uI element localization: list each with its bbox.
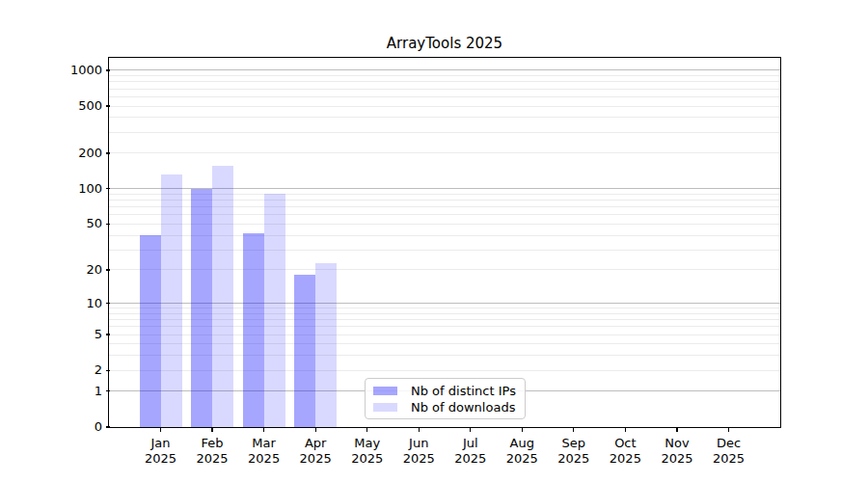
x-tick-sep bbox=[573, 428, 574, 432]
x-tick-nov bbox=[676, 428, 677, 432]
legend-swatch-nb-of-distinct-ips bbox=[373, 387, 397, 395]
y-tick-200 bbox=[106, 152, 110, 153]
legend-item-nb-of-distinct-ips: Nb of distinct IPs bbox=[366, 383, 525, 399]
y-tick-label-500: 500 bbox=[39, 98, 102, 114]
gridline-minor-600 bbox=[109, 96, 780, 97]
x-tick-label-dec: Dec2025 bbox=[697, 436, 759, 467]
y-tick-label-50: 50 bbox=[39, 216, 102, 231]
y-tick-50 bbox=[106, 224, 110, 225]
gridline-minor-400 bbox=[109, 117, 780, 118]
gridline-minor-300 bbox=[109, 132, 780, 133]
y-tick-label-1000: 1000 bbox=[39, 63, 102, 78]
y-tick-1000 bbox=[106, 69, 110, 70]
y-tick-label-100: 100 bbox=[39, 181, 102, 197]
y-tick-label-5: 5 bbox=[39, 327, 102, 342]
x-tick-may bbox=[366, 428, 367, 432]
gridline-minor-700 bbox=[109, 89, 780, 90]
gridline-minor-500 bbox=[109, 106, 780, 107]
gridline-minor-800 bbox=[109, 81, 780, 82]
y-tick-100 bbox=[106, 188, 110, 189]
x-tick-jan bbox=[160, 428, 161, 432]
chart-title: ArrayTools 2025 bbox=[109, 35, 780, 52]
bar-feb-nb-of-downloads bbox=[212, 166, 233, 427]
y-tick-20 bbox=[106, 269, 110, 270]
x-tick-apr bbox=[315, 428, 316, 432]
figure: ArrayTools 2025 01251020501002005001000 … bbox=[0, 0, 868, 482]
y-tick-label-200: 200 bbox=[39, 146, 102, 161]
y-tick-label-20: 20 bbox=[39, 262, 102, 278]
y-tick-label-0: 0 bbox=[39, 419, 102, 435]
gridline-minor-200 bbox=[109, 152, 780, 153]
y-tick-label-10: 10 bbox=[39, 296, 102, 311]
x-tick-year-dec: 2025 bbox=[697, 451, 759, 467]
x-tick-jul bbox=[470, 428, 471, 432]
y-tick-5 bbox=[106, 334, 110, 335]
bar-mar-nb-of-downloads bbox=[264, 194, 285, 427]
y-tick-10 bbox=[106, 303, 110, 304]
plot-area bbox=[109, 58, 780, 427]
legend-item-nb-of-downloads: Nb of downloads bbox=[366, 399, 525, 415]
bar-jan-nb-of-distinct-ips bbox=[140, 235, 161, 427]
bar-feb-nb-of-distinct-ips bbox=[191, 189, 212, 427]
y-tick-label-2: 2 bbox=[39, 362, 102, 378]
x-tick-month-dec: Dec bbox=[697, 436, 759, 451]
legend: Nb of distinct IPsNb of downloads bbox=[365, 378, 526, 419]
x-tick-aug bbox=[522, 428, 523, 432]
legend-swatch-nb-of-downloads bbox=[373, 403, 397, 412]
bar-mar-nb-of-distinct-ips bbox=[243, 233, 264, 427]
legend-label-nb-of-downloads: Nb of downloads bbox=[411, 400, 515, 415]
bar-apr-nb-of-distinct-ips bbox=[294, 275, 315, 427]
y-tick-1 bbox=[106, 390, 110, 391]
y-tick-2 bbox=[106, 370, 110, 371]
bar-apr-nb-of-downloads bbox=[315, 263, 337, 427]
y-tick-label-1: 1 bbox=[39, 384, 102, 399]
x-tick-dec bbox=[728, 428, 729, 432]
x-tick-mar bbox=[263, 428, 264, 432]
gridline-major-1000 bbox=[109, 69, 780, 70]
gridline-minor-900 bbox=[109, 75, 780, 76]
y-tick-500 bbox=[106, 105, 110, 106]
legend-label-nb-of-distinct-ips: Nb of distinct IPs bbox=[411, 384, 516, 398]
x-tick-jun bbox=[419, 428, 420, 432]
bar-jan-nb-of-downloads bbox=[161, 174, 182, 427]
y-tick-0 bbox=[106, 426, 110, 427]
x-tick-oct bbox=[625, 428, 626, 432]
x-tick-feb bbox=[211, 428, 212, 432]
